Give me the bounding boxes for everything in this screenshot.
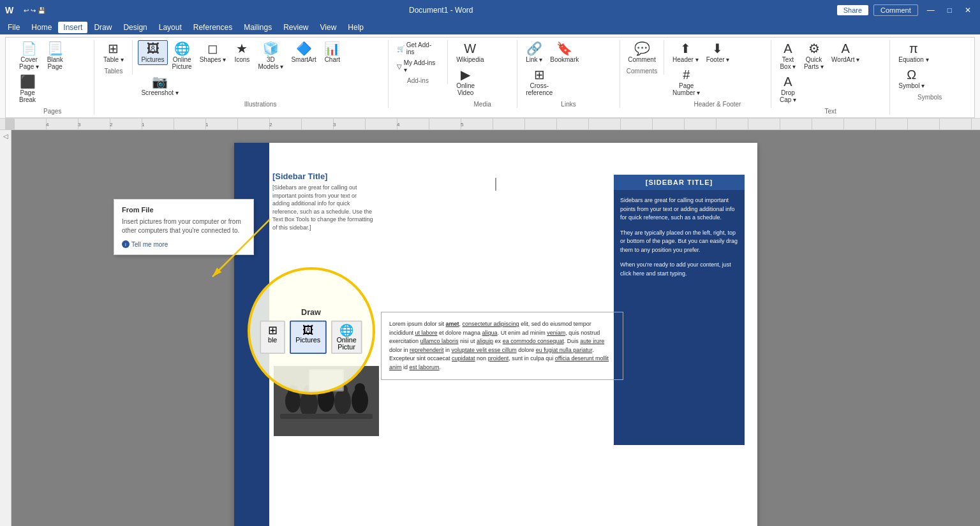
cover-page-button[interactable]: 📄 CoverPage ▾ <box>16 40 42 72</box>
pictures-button[interactable]: 🖼 Pictures <box>138 40 167 65</box>
comment-icon: 💬 <box>634 42 650 55</box>
symbols-buttons: π Equation ▾ Ω Symbol ▾ <box>895 40 964 91</box>
text-group-label: Text <box>824 105 836 115</box>
online-video-button[interactable]: ▶ OnlineVideo <box>453 66 478 98</box>
minimize-button[interactable]: — <box>923 6 939 15</box>
addins-label: Add-ins <box>407 75 429 84</box>
quick-parts-button[interactable]: ⚙ QuickParts ▾ <box>801 40 827 72</box>
restore-button[interactable]: □ <box>944 6 956 15</box>
wordart-button[interactable]: A WordArt ▾ <box>828 40 863 65</box>
footer-icon: ⬇ <box>712 42 723 55</box>
cross-reference-button[interactable]: ⊞ Cross-reference <box>523 66 556 98</box>
close-button[interactable]: ✕ <box>961 6 975 15</box>
magnifier-circle: Draw ⊞ ble 🖼 Pictures 🌐 Online Pictur <box>248 267 375 395</box>
magnifier-pictures-btn: 🖼 Pictures <box>290 321 327 354</box>
drop-cap-button[interactable]: A DropCap ▾ <box>776 73 799 105</box>
left-sidebar: ◁ <box>0 130 11 526</box>
link-button[interactable]: 🔗 Link ▾ <box>523 40 546 65</box>
illustrations-buttons: 🖼 Pictures 🌐 OnlinePicture ◻ Shapes ▾ ★ … <box>138 40 382 98</box>
right-sidebar-box[interactable]: [SIDEBAR TITLE] Sidebars are great for c… <box>614 175 745 445</box>
tables-buttons: ⊞ Table ▾ <box>100 40 127 65</box>
comments-buttons: 💬 Comment <box>625 40 658 65</box>
illustrations-label: Illustrations <box>244 98 277 108</box>
smartart-button[interactable]: 🔷 SmartArt <box>288 40 319 65</box>
pictures-icon: 🖼 <box>147 42 160 55</box>
header-footer-buttons: ⬆ Header ▾ ⬇ Footer ▾ # PageNumber ▾ <box>669 40 766 98</box>
my-addins-icon: ▽ <box>397 63 402 70</box>
cursor-line <box>496 178 496 191</box>
get-addins-icon: 🛒 <box>397 45 405 52</box>
menu-layout[interactable]: Layout <box>154 22 187 33</box>
ruler: 43 21 12 34 5 <box>0 119 980 130</box>
menu-help[interactable]: Help <box>343 22 369 33</box>
svg-text:2: 2 <box>110 122 113 128</box>
title-bar-left: W ↩ ↪ 💾 <box>5 5 45 15</box>
3d-models-icon: 🧊 <box>263 42 279 55</box>
pages-buttons: 📄 CoverPage ▾ 📃 BlankPage ⬛ PageBreak <box>16 40 89 105</box>
info-icon: i <box>122 240 130 248</box>
comment-button[interactable]: Comment <box>873 4 918 16</box>
tooltip-link[interactable]: i Tell me more <box>122 240 246 248</box>
svg-text:1: 1 <box>142 122 145 128</box>
bookmark-button[interactable]: 🔖 Bookmark <box>547 40 582 65</box>
equation-button[interactable]: π Equation ▾ <box>895 40 932 65</box>
quick-access: ↩ ↪ 💾 <box>24 7 45 14</box>
icons-button[interactable]: ★ Icons <box>230 40 253 65</box>
header-icon: ⬆ <box>680 42 691 55</box>
ribbon-group-illustrations: 🖼 Pictures 🌐 OnlinePicture ◻ Shapes ▾ ★ … <box>133 40 388 108</box>
menu-design[interactable]: Design <box>118 22 152 33</box>
menu-file[interactable]: File <box>3 22 25 33</box>
menu-references[interactable]: References <box>188 22 237 33</box>
page-break-button[interactable]: ⬛ PageBreak <box>16 73 39 105</box>
menu-mailings[interactable]: Mailings <box>239 22 277 33</box>
online-pictures-button[interactable]: 🌐 OnlinePicture <box>169 40 195 72</box>
svg-text:4: 4 <box>397 122 400 128</box>
text-box-button[interactable]: A TextBox ▾ <box>776 40 799 72</box>
get-addins-button[interactable]: 🛒 Get Add-ins <box>394 40 442 57</box>
title-bar-right: Share Comment — □ ✕ <box>837 4 975 16</box>
table-button[interactable]: ⊞ Table ▾ <box>100 40 127 65</box>
comments-label: Comments <box>627 65 657 75</box>
shapes-button[interactable]: ◻ Shapes ▾ <box>197 40 230 65</box>
lorem-text: Lorem ipsum dolor sit amet, consectetur … <box>389 320 615 372</box>
app-title: Document1 - Word <box>45 6 837 15</box>
menu-bar: File Home Insert Draw Design Layout Refe… <box>0 20 980 34</box>
ribbon-content: 📄 CoverPage ▾ 📃 BlankPage ⬛ PageBreak Pa… <box>5 37 975 118</box>
page-break-icon: ⬛ <box>20 75 36 88</box>
3d-models-button[interactable]: 🧊 3DModels ▾ <box>255 40 286 72</box>
links-buttons: 🔗 Link ▾ 🔖 Bookmark ⊞ Cross-reference <box>523 40 614 98</box>
wikipedia-button[interactable]: W Wikipedia <box>453 40 487 65</box>
ribbon-group-pages: 📄 CoverPage ▾ 📃 BlankPage ⬛ PageBreak Pa… <box>11 40 94 115</box>
comment-insert-button[interactable]: 💬 Comment <box>625 40 658 65</box>
page-number-icon: # <box>683 68 690 81</box>
share-button[interactable]: Share <box>837 5 868 15</box>
my-addins-button[interactable]: ▽ My Add-ins ▾ <box>394 58 442 75</box>
sidebar-title-box[interactable]: [Sidebar Title] [Sidebars are great for … <box>272 172 375 232</box>
svg-text:4: 4 <box>46 122 49 128</box>
chart-button[interactable]: 📊 Chart <box>321 40 344 65</box>
lorem-ipsum-box[interactable]: Lorem ipsum dolor sit amet, consectetur … <box>381 312 623 380</box>
ribbon-group-addins: 🛒 Get Add-ins ▽ My Add-ins ▾ Add-ins <box>389 40 448 84</box>
svg-text:5: 5 <box>461 122 464 128</box>
screenshot-button[interactable]: 📷 Screenshot ▾ <box>138 73 181 98</box>
menu-insert[interactable]: Insert <box>58 22 87 33</box>
menu-review[interactable]: Review <box>278 22 313 33</box>
menu-view[interactable]: View <box>315 22 342 33</box>
magnifier-online-btn: 🌐 Online Pictur <box>331 321 362 354</box>
page-number-button[interactable]: # PageNumber ▾ <box>669 66 703 98</box>
right-sidebar-content: Sidebars are great for calling out impor… <box>614 190 745 445</box>
footer-button[interactable]: ⬇ Footer ▾ <box>703 40 733 65</box>
header-button[interactable]: ⬆ Header ▾ <box>669 40 702 65</box>
menu-home[interactable]: Home <box>26 22 57 33</box>
main-area: ◁ [Sidebar Title] [Sidebars are great fo… <box>0 130 980 526</box>
menu-draw[interactable]: Draw <box>89 22 117 33</box>
ribbon-group-tables: ⊞ Table ▾ Tables <box>94 40 133 75</box>
document-area[interactable]: [Sidebar Title] [Sidebars are great for … <box>11 130 980 526</box>
blank-page-button[interactable]: 📃 BlankPage <box>43 40 66 72</box>
right-sidebar-title: [SIDEBAR TITLE] <box>614 175 745 190</box>
cross-reference-icon: ⊞ <box>534 68 545 81</box>
ribbon-group-media: W Wikipedia ▶ OnlineVideo Media <box>448 40 517 108</box>
magnifier-content: Draw ⊞ ble 🖼 Pictures 🌐 Online Pictur <box>260 308 362 354</box>
sidebar-toggle[interactable]: ◁ <box>3 133 8 140</box>
symbol-button[interactable]: Ω Symbol ▾ <box>895 66 928 91</box>
